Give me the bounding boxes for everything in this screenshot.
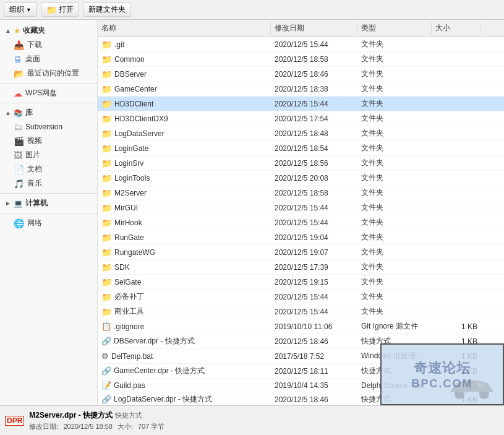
col-header-name[interactable]: 名称 [98,22,271,35]
new-folder-button[interactable]: 新建文件夹 [83,2,131,17]
shortcut-icon: 🔗 [101,366,111,376]
file-type-cell: 文件夹 [357,306,432,317]
open-button[interactable]: 📁 打开 [41,2,79,17]
sidebar-item-music[interactable]: 🎵 音乐 [0,176,97,191]
sidebar-item-picture[interactable]: 🖼 图片 [0,148,97,162]
organize-button[interactable]: 组织 ▼ [4,2,37,17]
file-size-cell [432,88,481,90]
table-row[interactable]: 📁 MirHook 2020/12/5 15:44 文件夹 [98,215,504,230]
library-section[interactable]: ▲ 📚 库 [0,106,97,120]
table-row[interactable]: 📁 RunGate 2020/12/5 19:04 文件夹 [98,230,504,245]
network-icon: 🌐 [14,218,24,228]
table-row[interactable]: 📋 .gitignore 2019/10/10 11:06 Git Ignore… [98,319,504,334]
sidebar-item-download[interactable]: 📥 下载 [0,38,97,52]
library-arrow: ▲ [5,110,11,116]
file-date-cell: 2020/12/5 18:11 [271,366,357,376]
file-name-cell: 📁 商业工具 [98,306,271,317]
file-name: SDK [114,263,130,272]
status-filetype: 快捷方式 [115,411,142,420]
file-name-cell: 📁 SelGate [98,277,271,288]
table-row[interactable]: 📁 LoginSrv 2020/12/5 18:56 文件夹 [98,156,504,171]
subversion-label: Subversion [25,123,62,131]
file-name: 必备补丁 [114,291,144,302]
file-name: LoginGate [114,144,148,153]
library-label: 库 [25,108,33,118]
sidebar-item-video[interactable]: 🎬 视频 [0,134,97,148]
sidebar-item-network[interactable]: 🌐 网络 [0,216,97,230]
file-name: .git [114,40,124,49]
table-row[interactable]: 📁 LogDataServer 2020/12/5 18:48 文件夹 [98,126,504,141]
table-row[interactable]: 📁 LoginTools 2020/12/5 20:08 文件夹 [98,171,504,186]
table-row[interactable]: 📁 HD3DClient 2020/12/5 15:44 文件夹 [98,97,504,111]
table-row[interactable]: 📁 SelGate 2020/12/5 19:15 文件夹 [98,275,504,290]
col-header-size[interactable]: 大小 [432,22,481,35]
file-type-cell: 文件夹 [357,202,432,213]
folder-icon: 📁 [101,173,112,183]
table-row[interactable]: 📁 DBServer 2020/12/5 18:46 文件夹 [98,67,504,82]
file-date-cell: 2020/12/5 15:44 [271,99,357,109]
file-date-cell: 2020/12/5 18:56 [271,158,357,168]
file-type-cell: 文件夹 [357,127,432,139]
file-type-cell: 文件夹 [357,246,432,258]
file-date-cell: 2020/12/5 15:44 [271,218,357,228]
folder-icon: 📁 [101,203,112,213]
table-row[interactable]: 📁 SDK 2020/12/5 17:39 文件夹 [98,260,504,275]
table-row[interactable]: 📁 商业工具 2020/12/5 15:44 文件夹 [98,304,504,319]
file-size-cell [432,282,481,283]
folder-icon: 📁 [101,233,112,243]
sidebar-item-document[interactable]: 📄 文档 [0,162,97,176]
file-name-cell: 📝 Guild.pas [98,380,271,390]
file-type-cell: 文件夹 [357,261,432,273]
table-row[interactable]: 📁 必备补丁 2020/12/5 15:44 文件夹 [98,290,504,304]
col-header-date[interactable]: 修改日期 [271,22,357,35]
table-row[interactable]: 📁 Common 2020/12/5 18:58 文件夹 [98,52,504,67]
sidebar-item-recent[interactable]: 📂 最近访问的位置 [0,66,97,80]
file-date-cell: 2020/12/5 15:44 [271,203,357,213]
table-row[interactable]: 📁 .git 2020/12/5 15:44 文件夹 [98,37,504,52]
sidebar-item-subversion[interactable]: 🗂 Subversion [0,120,97,134]
file-type-cell: 文件夹 [357,172,432,184]
file-name: MirHook [114,218,142,227]
file-name-cell: 📁 必备补丁 [98,291,271,303]
file-type-cell: 文件夹 [357,83,432,95]
file-name: SelGate [114,278,141,286]
sidebar-item-desktop[interactable]: 🖥 桌面 [0,52,97,66]
table-row[interactable]: 📁 HD3DClientDX9 2020/12/5 17:54 文件夹 [98,111,504,126]
folder-icon: 📁 [101,277,112,287]
file-size-cell [432,192,481,194]
shortcut-icon: 🔗 [101,337,111,346]
desktop-folder-icon: 🖥 [14,54,22,64]
col-header-type[interactable]: 类型 [357,22,432,35]
file-name: LogDataServer.dpr - 快捷方式 [114,394,212,405]
favorites-section[interactable]: ▲ ★ 收藏夹 [0,24,97,38]
file-size-cell [432,44,481,45]
table-row[interactable]: 📁 M2Server 2020/12/5 18:58 文件夹 [98,186,504,200]
picture-icon: 🖼 [14,150,22,160]
organize-dropdown-icon[interactable]: ▼ [26,7,32,13]
table-row[interactable]: 📁 RungateWG 2020/12/5 19:07 文件夹 [98,245,504,260]
table-row[interactable]: 📁 GameCenter 2020/12/5 18:38 文件夹 [98,82,504,97]
file-date-cell: 2020/12/5 18:58 [271,54,357,64]
file-size-cell [432,296,481,298]
file-size-cell [432,118,481,119]
file-date-cell: 2020/12/5 19:07 [271,248,357,257]
status-dpr-icon: DPR [5,416,24,426]
file-size-cell [432,237,481,238]
favorites-arrow: ▲ [5,27,11,34]
new-folder-label: 新建文件夹 [88,4,126,15]
file-name: Guild.pas [114,381,145,390]
file-type-cell: Git Ignore 源文件 [357,321,432,332]
file-name-cell: 🔗 GameCenter.dpr - 快捷方式 [98,365,271,377]
table-row[interactable]: 📁 LoginGate 2020/12/5 18:54 文件夹 [98,141,504,156]
file-date-cell: 2020/12/5 18:58 [271,188,357,198]
sidebar-item-wps[interactable]: ☁ WPS网盘 [0,86,97,100]
table-row[interactable]: 📁 MirGUI 2020/12/5 15:44 文件夹 [98,200,504,215]
music-label: 音乐 [27,178,42,189]
file-name-cell: ⚙ DelTemp.bat [98,351,271,361]
download-label: 下载 [27,40,42,50]
computer-section[interactable]: ► 💻 计算机 [0,196,97,210]
folder-icon: 📁 [101,218,112,228]
status-preview: DPR M2Server.dpr - 快捷方式 快捷方式 修改日期: 2020/… [5,410,164,431]
recent-folder-icon: 📂 [14,69,24,79]
file-name-cell: 📁 GameCenter [98,84,271,95]
